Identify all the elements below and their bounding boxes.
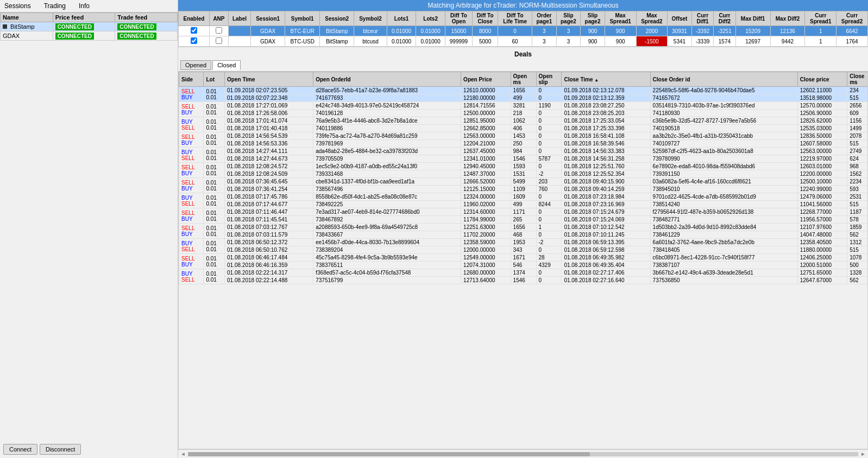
row2-enabled[interactable]: [179, 36, 210, 47]
menu-sessions[interactable]: Sessions: [2, 1, 33, 11]
deal-close-ms1: 1312: [847, 239, 868, 246]
deal-close-orderid1: 03514819-7310-403b-97ae-1c9f390376ed: [650, 102, 797, 110]
session-name-bitstamp: BitStamp: [1, 22, 53, 31]
deals-row-sub-9[interactable]: 01.08.2018 07:03:11.579 738433667 11702.…: [179, 231, 869, 239]
deals-row-sub-6[interactable]: 01.08.2018 07:36:41.254 738567496 12125.…: [179, 186, 869, 193]
sessions-col-trade: Trade feed: [115, 13, 178, 22]
deal-close-time2: 01.08.2018 07:23:16.969: [562, 201, 650, 208]
row1-offset: 30931: [668, 26, 692, 36]
deal-open-slip2: 0: [536, 110, 562, 117]
deal-open-orderid2: 739705509: [313, 155, 461, 163]
deal-side: SELL BUY: [179, 163, 204, 178]
deal-open-orderid2: 739781969: [313, 140, 461, 148]
deals-row-7[interactable]: BUY SELL 0.010.01 01.08.2018 07:17:45.78…: [179, 193, 869, 201]
deals-row-sub-8[interactable]: 01.08.2018 07:11:45.541 738467892 11784.…: [179, 216, 869, 224]
row2-lots1: 0.01000: [387, 36, 416, 47]
deal-open-time2: 01.08.2018 06:46:16.359: [225, 262, 313, 269]
deal-open-ms2: 218: [511, 110, 536, 117]
deals-row-1[interactable]: SELL BUY 0.010.01 01.08.2018 17:27:01.06…: [179, 102, 869, 110]
deal-close-time1: 01.08.2018 07:10:12.542: [562, 224, 650, 231]
deals-row-sub-11[interactable]: 01.08.2018 06:46:16.359 738376511 12074.…: [179, 262, 869, 269]
deals-row-sub-7[interactable]: 01.08.2018 07:17:44.677 738492225 11960.…: [179, 201, 869, 208]
deal-lot: 0.010.01: [204, 117, 225, 132]
deal-close-time1: 01.08.2018 16:58:41.108: [562, 132, 650, 140]
deals-col-open-time[interactable]: Open Time: [225, 72, 313, 87]
deals-row-8[interactable]: SELL BUY 0.010.01 01.08.2018 07:11:46.44…: [179, 208, 869, 216]
col-symbol2: Symbol2: [354, 11, 387, 26]
connect-button[interactable]: Connect: [3, 444, 37, 455]
deals-col-open-ms: Openms: [511, 72, 536, 87]
deal-open-slip2: 8244: [536, 201, 562, 208]
grid-row-1[interactable]: GDAX BTC-EUR BitStamp btceur 0.01000 0.0…: [179, 26, 868, 36]
deals-row-sub-4[interactable]: 01.08.2018 14:27:44.673 739705509 12341.…: [179, 155, 869, 163]
deals-row-10[interactable]: BUY SELL 0.010.01 01.08.2018 06:50:12.37…: [179, 239, 869, 246]
deal-close-orderid2: 739391150: [650, 170, 797, 178]
deals-tabs: Opened Closed: [178, 59, 868, 71]
deal-close-orderid1: 225489c5-58f6-4a0d-9278-9046b470dae5: [650, 87, 797, 94]
deal-close-ms1: 1859: [847, 224, 868, 231]
deal-close-orderid1: 03a6082a-5ef6-4c4e-af16-160ccd6f8621: [650, 178, 797, 186]
deal-open-time1: 01.08.2018 06:50:12.372: [225, 239, 313, 246]
deals-row-5[interactable]: SELL BUY 0.010.01 01.08.2018 12:08:24.57…: [179, 163, 869, 170]
menu-info[interactable]: Info: [77, 1, 92, 11]
deal-open-ms1: 5499: [511, 178, 536, 186]
deal-open-slip2: 4329: [536, 262, 562, 269]
row2-anp[interactable]: [209, 36, 228, 47]
deals-row-4[interactable]: BUY SELL 0.010.01 01.08.2018 14:27:44.11…: [179, 148, 869, 155]
session-row-bitstamp[interactable]: BitStamp CONNECTED CONNECTED: [1, 22, 178, 31]
deals-row-0[interactable]: SELL BUY 0.010.01 01.09.2018 02:07:23.50…: [179, 87, 869, 94]
deal-open-price2: 11702.20000: [461, 231, 511, 239]
row1-anp[interactable]: [209, 26, 228, 36]
top-grid-container: Enabled ANP Label Session1 Symbol1 Sessi…: [178, 11, 868, 47]
deals-row-sub-2[interactable]: 01.08.2018 17:01:40.418 740119886 12662.…: [179, 125, 869, 132]
tab-closed[interactable]: Closed: [212, 60, 241, 70]
deals-row-3[interactable]: SELL BUY 0.010.01 01.08.2018 14:56:54.53…: [179, 132, 869, 140]
deal-open-time1: 01.08.2018 12:08:24.572: [225, 163, 313, 170]
deal-close-time1: 01.08.2018 14:56:33.383: [562, 148, 650, 155]
col-curr-spread2: CurrSpread2: [836, 11, 868, 26]
deal-open-price1: 12814.71556: [461, 102, 511, 110]
row1-session1: GDAX: [251, 26, 285, 36]
col-diff-lifetime: Diff ToLife Time: [498, 11, 532, 26]
deals-row-12[interactable]: BUY SELL 0.010.01 01.08.2018 02:22:14.31…: [179, 269, 869, 277]
deals-row-6[interactable]: SELL BUY 0.010.01 01.08.2018 07:36:45.64…: [179, 178, 869, 186]
deal-open-price1: 12549.00000: [461, 254, 511, 262]
deals-row-sub-12[interactable]: 01.08.2018 02:22:14.488 737516799 12713.…: [179, 277, 869, 284]
grid-row-2[interactable]: GDAX BTC-USD BitStamp btcusd 0.01000 0.0…: [179, 36, 868, 47]
deals-col-open-price: Open Price: [461, 72, 511, 87]
deals-row-2[interactable]: BUY SELL 0.010.01 01.08.2018 17:01:41.07…: [179, 117, 869, 125]
deal-close-ms2: 1562: [847, 170, 868, 178]
deals-col-close-time[interactable]: Close Time ▲: [562, 72, 650, 87]
deals-row-11[interactable]: SELL BUY 0.010.01 01.08.2018 06:46:17.48…: [179, 254, 869, 262]
deals-row-9[interactable]: SELL BUY 0.010.01 01.08.2018 07:03:12.76…: [179, 224, 869, 231]
deal-open-time1: 01.08.2018 14:56:54.539: [225, 132, 313, 140]
deal-open-orderid2: 738567496: [313, 186, 461, 193]
deal-open-ms1: 1593: [511, 163, 536, 170]
deal-open-slip2: 0: [536, 216, 562, 224]
row1-diff-lifetime: 0: [498, 26, 532, 36]
menu-trading[interactable]: Trading: [42, 1, 68, 11]
disconnect-button[interactable]: Disconnect: [40, 444, 81, 455]
session-trade-bitstamp: CONNECTED: [115, 22, 178, 31]
sessions-table: Name Price feed Trade feed BitStamp CONN…: [0, 12, 178, 41]
deal-open-price1: 12358.59000: [461, 239, 511, 246]
deal-open-orderid2: 738467892: [313, 216, 461, 224]
bottom-scrollbar[interactable]: ◄ ►: [178, 449, 868, 458]
row2-curr-spread1: 1: [805, 36, 836, 47]
col-slip-page2a: Slippage2: [556, 11, 581, 26]
deals-table-container[interactable]: Side Lot Open Time Open OrderId Open Pri…: [178, 71, 868, 449]
row1-enabled[interactable]: [179, 26, 210, 36]
deal-close-price2: 12607.58000: [797, 140, 847, 148]
session-row-gdax[interactable]: GDAX CONNECTED CONNECTED: [1, 31, 178, 41]
top-menu: Sessions Trading Info: [0, 0, 178, 12]
deal-open-slip2: 0: [536, 231, 562, 239]
row1-curr-spread1: 1: [805, 26, 836, 36]
deals-row-sub-1[interactable]: 01.08.2018 17:26:58.006 740196128 12500.…: [179, 110, 869, 117]
tab-opened[interactable]: Opened: [180, 60, 211, 70]
deal-close-time1: 01.09.2018 02:13:12.078: [562, 87, 650, 94]
deals-row-sub-10[interactable]: 01.08.2018 06:50:10.762 738389204 12000.…: [179, 246, 869, 254]
row1-order-page1: 3: [532, 26, 557, 36]
deals-row-sub-0[interactable]: 01.09.2018 02:07:22.348 741677693 12180.…: [179, 94, 869, 102]
deals-row-sub-3[interactable]: 01.08.2018 14:56:53.336 739781969 12204.…: [179, 140, 869, 148]
deals-row-sub-5[interactable]: 01.08.2018 12:08:24.509 739331468 12487.…: [179, 170, 869, 178]
